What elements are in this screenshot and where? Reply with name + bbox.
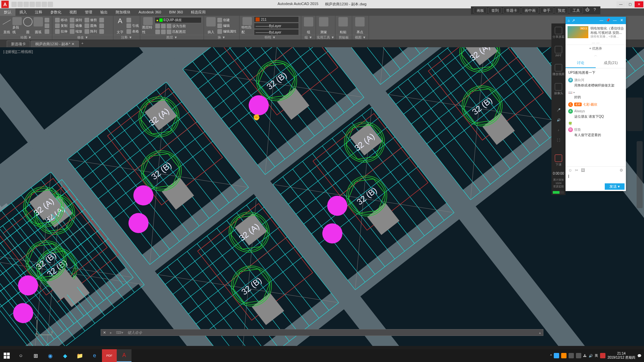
ds-preview[interactable]: 预览 — [555, 7, 568, 13]
chat-input[interactable]: | — [566, 174, 626, 182]
tab-annotate[interactable]: 注释 — [31, 8, 46, 16]
active-doc-tab[interactable]: 桐庐农商1230 - 副本* ✕ — [31, 41, 79, 47]
polyline-button[interactable]: 多段线 — [12, 16, 22, 35]
chat-popout-icon[interactable]: ↗ — [572, 18, 575, 23]
tray-icon[interactable] — [600, 353, 605, 358]
chat-close-icon[interactable]: ✕ — [619, 18, 624, 23]
notifications-icon[interactable]: 💬 — [637, 354, 641, 358]
network-icon[interactable]: 🖧 — [583, 354, 587, 358]
end-class-button[interactable]: 下课 — [555, 153, 562, 169]
tray-expand-icon[interactable]: ^ — [550, 354, 552, 358]
new-tab[interactable]: 新选项卡 — [7, 41, 30, 47]
tray-icon[interactable] — [561, 353, 567, 358]
chat-more-icon[interactable]: — — [612, 18, 617, 23]
chat-pin-icon[interactable]: 📌 — [606, 18, 610, 23]
taskview-icon[interactable]: ⊞ — [28, 349, 43, 362]
autocad-taskbar-icon[interactable]: A — [117, 349, 131, 362]
image-icon[interactable]: 🖼 — [581, 168, 585, 173]
insert-button[interactable]: 插入 — [206, 16, 216, 35]
tab-view[interactable]: 视图 — [65, 8, 81, 16]
tab-parametric[interactable]: 参数化 — [46, 8, 65, 16]
power-icon[interactable]: ⏻ — [584, 7, 590, 13]
help-icon[interactable]: ? — [592, 7, 598, 13]
blockedit-button[interactable]: 编辑 — [217, 23, 237, 28]
start-button[interactable] — [0, 349, 13, 362]
cmdline-customize-icon[interactable]: ▸ — [108, 330, 114, 335]
tray-icon[interactable] — [569, 353, 574, 358]
layerprops-button[interactable]: 图层特性 — [142, 16, 154, 35]
speaker-icon[interactable]: 🔊 — [557, 116, 560, 124]
tab-default[interactable]: 默认 — [0, 8, 15, 16]
text-button[interactable]: A文字 — [115, 16, 125, 35]
leader-button[interactable]: 引线 — [126, 23, 140, 28]
qat-save-icon[interactable] — [23, 2, 29, 7]
coupon-button[interactable]: + 优惠券 — [566, 45, 626, 52]
tab-discuss[interactable]: 讨论 — [566, 58, 596, 68]
copy-button[interactable]: 复制 — [54, 23, 68, 28]
command-line[interactable]: ✕ ▸ ⌨▾ 键入命令 ▴ — [101, 329, 543, 336]
edge-icon[interactable]: e — [87, 349, 102, 362]
ds-quiz[interactable]: 答题卡 — [503, 7, 520, 13]
tab-insert[interactable]: 插入 — [15, 8, 31, 16]
linetype-dropdown[interactable]: ———— ByLayer — [254, 29, 299, 35]
cmdline-expand-icon[interactable]: ▴ — [537, 330, 543, 335]
matchprops-button[interactable]: 特性匹配 — [241, 16, 253, 35]
app-icon[interactable]: ◆ — [58, 349, 72, 362]
add-tab-button[interactable]: + — [79, 41, 86, 47]
tab-bim360[interactable]: BIM 360 — [165, 8, 187, 16]
emoji-icon[interactable]: ☺ — [568, 168, 572, 173]
qat-plot-icon[interactable] — [36, 2, 41, 7]
line-button[interactable]: 直线 — [2, 16, 11, 35]
trim-button[interactable]: 修剪 — [84, 17, 98, 23]
qat-new-icon[interactable] — [11, 2, 17, 7]
ucs-icon[interactable]: Y X — [34, 318, 54, 339]
paste-button[interactable]: 粘贴 — [337, 16, 349, 35]
qat-undo-icon[interactable] — [42, 2, 47, 7]
cortana-icon[interactable]: ○ — [13, 349, 28, 362]
app-logo[interactable]: A — [1, 1, 9, 8]
viewport-label[interactable]: [-][俯视][二维线框] — [3, 49, 33, 54]
volume-icon[interactable]: 🔊 — [589, 354, 593, 358]
chat-header[interactable]: ⌂ ↗ ― 📌 — ✕ — [566, 17, 626, 24]
tab-addons[interactable]: 附加模块 — [112, 8, 135, 16]
rotate-button[interactable]: 旋转 — [69, 17, 83, 23]
arc-button[interactable]: 圆弧 — [34, 16, 43, 35]
expand-icon[interactable]: ⛶ — [557, 136, 560, 144]
scale-button[interactable]: 缩放 — [69, 29, 83, 34]
share-screen-button[interactable]: 分享屏幕 — [552, 25, 565, 41]
measure-button[interactable]: 测量 — [318, 16, 329, 35]
tab-output[interactable]: 输出 — [96, 8, 112, 16]
ds-pip[interactable]: 画中画 — [522, 7, 539, 13]
matchlayer-button[interactable]: 匹配图层 — [155, 29, 202, 35]
maximize-button[interactable]: ▢ — [626, 1, 634, 7]
move-button[interactable]: 移动 — [54, 17, 68, 23]
explorer-icon[interactable]: 📁 — [72, 349, 87, 362]
blockcreate-button[interactable]: 创建 — [217, 17, 237, 23]
mic-icon[interactable]: 🎤 — [557, 106, 560, 114]
pdf-icon[interactable]: PDF — [102, 349, 117, 362]
qat-redo-icon[interactable] — [48, 2, 53, 7]
tab-manage[interactable]: 管理 — [81, 8, 96, 16]
ds-signin[interactable]: 签到 — [488, 7, 502, 13]
drawing-canvas[interactable]: [-][俯视][二维线框] D-A1 — [0, 47, 644, 346]
tray-icon[interactable] — [576, 353, 581, 358]
cmdline-recent-icon[interactable]: ⌨▾ — [114, 330, 125, 335]
array-button[interactable]: 阵列 — [84, 29, 98, 34]
mirror-button[interactable]: 镜像 — [69, 23, 83, 28]
view-cube[interactable] — [627, 98, 643, 131]
send-button[interactable]: 发送 ▾ — [605, 183, 625, 190]
lineweight-dropdown[interactable]: ———— ByLayer — [254, 23, 299, 29]
play-video-button[interactable]: 播放视频 — [552, 62, 565, 78]
course-info[interactable]: 弱电智能化（通信综合布线.可视对讲.安防... 课程有直播，+录播... — [566, 24, 626, 41]
group-button[interactable]: 组 — [303, 16, 314, 35]
basepoint-button[interactable]: 基点 — [354, 16, 366, 35]
tab-members[interactable]: 成员(21) — [596, 58, 626, 68]
setcurrent-button[interactable]: 设为当前 — [155, 23, 202, 29]
table-button[interactable]: 表格 — [126, 29, 140, 34]
settings-icon[interactable]: ⚙ — [620, 168, 623, 173]
minimize-button[interactable]: — — [616, 1, 625, 7]
qat-open-icon[interactable] — [17, 2, 23, 7]
scissors-icon[interactable]: ✂ — [575, 168, 578, 173]
dim-button[interactable] — [126, 17, 140, 23]
fillet-button[interactable]: 圆角 — [84, 23, 98, 28]
